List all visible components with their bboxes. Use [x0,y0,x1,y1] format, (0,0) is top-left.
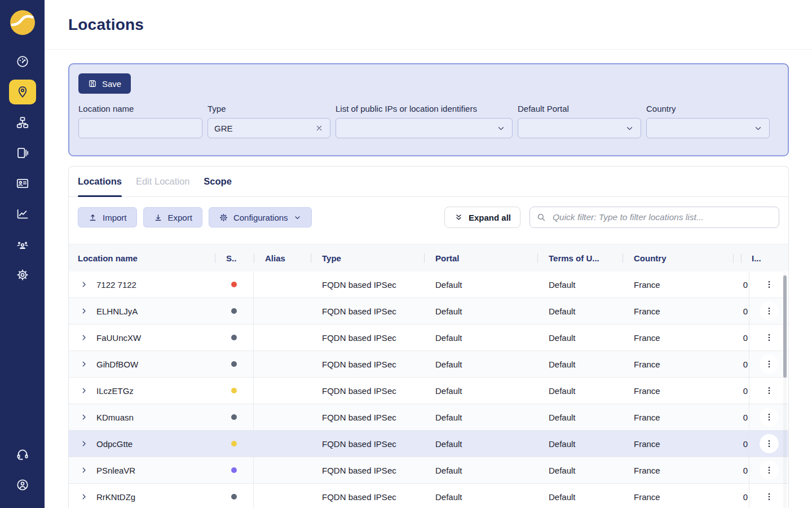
sidebar-item-directory[interactable] [9,171,36,196]
table-row[interactable]: KDmuasnFQDN based IPSecDefaultDefaultFra… [69,404,788,431]
identifiers-cell: 0 [733,404,749,430]
gauge-icon [16,55,29,68]
search-icon [536,212,546,225]
type-cell: FQDN based IPSec [311,325,424,351]
location-pin-icon [16,85,29,99]
row-expand-chevron-icon[interactable] [80,440,88,448]
location-name-cell: FaUUncXW [69,325,215,351]
table-row[interactable]: FaUUncXWFQDN based IPSecDefaultDefaultFr… [69,325,788,351]
kebab-menu-button[interactable] [760,461,779,480]
export-button[interactable]: Export [143,207,202,227]
row-expand-chevron-icon[interactable] [80,387,88,395]
country-select[interactable] [646,118,770,138]
tab-locations[interactable]: Locations [78,167,122,196]
location-name: PSnleaVR [96,466,135,475]
alias-cell [254,484,311,508]
table-row[interactable]: RrKNtDZgFQDN based IPSecDefaultDefaultFr… [69,484,788,508]
actions-cell [749,457,788,483]
location-name: KDmuasn [96,413,134,422]
public-ips-select[interactable] [336,118,513,138]
table-row[interactable]: ELHNLJyAFQDN based IPSecDefaultDefaultFr… [69,298,788,325]
sidebar-item-dashboard[interactable] [9,49,36,74]
sidebar-item-account[interactable] [9,472,36,497]
identifiers-cell: 0 [733,457,749,483]
row-expand-chevron-icon[interactable] [80,493,88,501]
kebab-menu-button[interactable] [760,381,779,400]
portal-cell: Default [424,298,537,324]
row-expand-chevron-icon[interactable] [80,334,88,341]
alias-cell [254,271,311,297]
status-dot [231,467,237,473]
portal-cell: Default [424,351,537,377]
alias-cell [254,325,311,351]
status-dot [231,494,237,500]
terms-cell: Default [537,457,623,483]
sidebar-item-network[interactable] [9,110,36,135]
country-cell: France [623,484,733,508]
status-cell [215,325,254,351]
location-name-cell: PSnleaVR [69,457,215,483]
column-header-alias: Alias [254,244,311,271]
status-cell [215,378,254,404]
save-button[interactable]: Save [78,73,131,94]
row-expand-chevron-icon[interactable] [80,281,88,288]
vertical-scrollbar-thumb[interactable] [783,275,787,378]
gear-icon [219,213,228,222]
content: Save Location name Type GRE [45,50,812,508]
tabs: Locations Edit Location Scope [69,167,788,197]
kebab-menu-button[interactable] [760,434,779,453]
status-dot [231,414,237,420]
id-card-icon [16,177,29,190]
default-portal-select[interactable] [518,118,641,138]
table-row[interactable]: GihDfBOWFQDN based IPSecDefaultDefaultFr… [69,351,788,378]
portal-cell: Default [424,404,537,430]
location-name-cell: ILczETGz [69,378,215,404]
row-expand-chevron-icon[interactable] [80,413,88,421]
table-row[interactable]: PSnleaVRFQDN based IPSecDefaultDefaultFr… [69,457,788,484]
table-row[interactable]: 7122 7122FQDN based IPSecDefaultDefaultF… [69,271,788,298]
status-dot [231,308,237,314]
type-cell: FQDN based IPSec [311,298,424,324]
type-cell: FQDN based IPSec [311,431,424,457]
table-row[interactable]: OdpcGtteFQDN based IPSecDefaultDefaultFr… [69,431,788,457]
download-icon [153,213,163,222]
type-combobox[interactable]: GRE [208,118,330,138]
kebab-menu-button[interactable] [760,301,779,321]
kebab-menu-button[interactable] [760,275,779,294]
vertical-scrollbar[interactable] [783,272,787,508]
expand-all-button[interactable]: Expand all [444,207,520,228]
kebab-menu-button[interactable] [760,354,779,374]
kebab-menu-button[interactable] [760,328,779,347]
import-button[interactable]: Import [78,207,137,227]
sidebar-item-analytics[interactable] [9,202,36,226]
chevron-down-icon [753,124,763,133]
gear-icon [16,268,29,282]
page-title: Locations [68,16,144,34]
sidebar-item-locations[interactable] [9,80,36,104]
sidebar-item-support[interactable] [9,442,36,467]
row-expand-chevron-icon[interactable] [80,360,88,368]
status-cell [215,484,254,508]
portal-cell: Default [424,457,537,483]
kebab-menu-button[interactable] [760,408,779,427]
configurations-button[interactable]: Configurations [209,207,312,227]
kebab-menu-button[interactable] [760,487,779,506]
quick-filter-input[interactable] [529,207,779,228]
clear-type-icon[interactable] [315,124,324,133]
status-cell [215,351,254,377]
double-chevron-down-icon [454,213,464,222]
table-header: Location name S.. Alias Type Portal Term… [69,244,788,271]
sidebar-item-settings[interactable] [9,262,36,287]
location-name-input[interactable] [85,124,196,133]
sidebar [0,0,45,508]
row-expand-chevron-icon[interactable] [80,307,88,315]
field-default-portal: Default Portal [518,104,641,138]
type-cell: FQDN based IPSec [311,378,424,404]
sidebar-item-users[interactable] [9,232,36,257]
table-row[interactable]: ILczETGzFQDN based IPSecDefaultDefaultFr… [69,378,788,404]
tab-scope[interactable]: Scope [204,167,232,196]
sidebar-item-devices[interactable] [9,141,36,165]
location-name: ILczETGz [96,386,134,396]
portal-cell: Default [424,271,537,297]
row-expand-chevron-icon[interactable] [80,466,88,474]
